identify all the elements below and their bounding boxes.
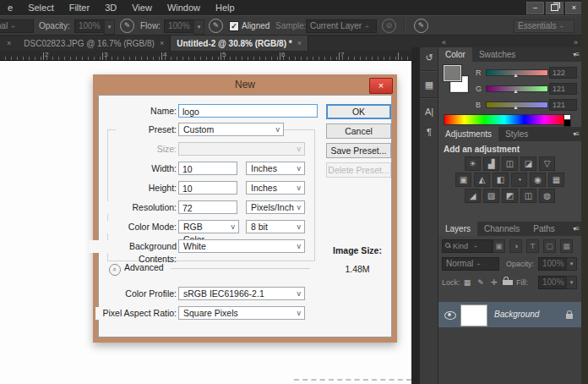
opacity-dropdown-arrow[interactable]: ▾ (566, 257, 577, 271)
slider-thumb-icon[interactable]: ▲ (513, 72, 519, 78)
menu-item-filter[interactable]: Filter (62, 3, 97, 13)
color-balance-icon[interactable]: ◭ (474, 173, 490, 187)
color-mode-dropdown[interactable]: RGB Color (178, 220, 239, 233)
photo-filter-icon[interactable]: ◔ (511, 173, 527, 187)
ok-button[interactable]: OK (326, 104, 391, 119)
layer-thumbnail[interactable] (460, 304, 487, 326)
menu-item-view[interactable]: View (124, 3, 160, 13)
name-input[interactable]: logo (178, 104, 318, 118)
tab-close-icon[interactable]: × (0, 36, 18, 51)
tab-adjustments[interactable]: Adjustments (438, 127, 498, 141)
tab-paths[interactable]: Paths (526, 222, 562, 236)
threshold-icon[interactable]: ◩ (502, 189, 518, 203)
vibrance-icon[interactable]: ▽ (539, 156, 555, 171)
panel-menu-icon[interactable]: ▾≡ (573, 225, 579, 233)
dialog-title-bar[interactable]: New × (93, 74, 397, 95)
layer-visibility-eye-icon[interactable] (444, 311, 456, 320)
height-input[interactable]: 10 (178, 181, 237, 195)
resolution-unit-dropdown[interactable]: Pixels/Inch (246, 200, 305, 214)
preset-dropdown[interactable]: Custom (178, 123, 284, 136)
hue-saturation-icon[interactable]: ▣ (455, 173, 471, 187)
airbrush-icon[interactable]: ✎ (209, 19, 223, 33)
brush-pressure-icon[interactable]: ✎ (414, 19, 428, 33)
layer-fill-box[interactable]: 100% (538, 276, 569, 289)
close-button[interactable]: × (565, 2, 583, 14)
collapse-panels-icon[interactable]: « (442, 38, 446, 47)
menu-item-window[interactable]: Window (160, 3, 208, 13)
tab-dsc02823[interactable]: DSC02823.JPG @ 16.7% (RGB/8) × (18, 36, 171, 51)
width-unit-dropdown[interactable]: Inches (246, 162, 305, 175)
horizontal-ruler[interactable]: 234567 (0, 51, 411, 61)
tab-layers[interactable]: Layers (438, 222, 477, 236)
cancel-button[interactable]: Cancel (326, 123, 391, 139)
red-value-box[interactable]: 122 (549, 67, 577, 79)
menu-item-help[interactable]: Help (208, 3, 242, 13)
color-profile-dropdown[interactable]: sRGB IEC61966-2.1 (178, 287, 305, 300)
save-preset-button[interactable]: Save Preset... (326, 143, 391, 158)
tab-close-icon[interactable]: × (160, 39, 164, 47)
opacity-dropdown-arrow[interactable]: ▾ (104, 19, 115, 35)
slider-thumb-icon[interactable]: ▲ (513, 104, 519, 110)
blend-mode-dropdown[interactable]: mal÷ (0, 19, 34, 33)
panel-menu-icon[interactable]: ▾≡ (573, 51, 579, 58)
posterize-icon[interactable]: ▨ (483, 189, 499, 203)
filter-pixel-layers-icon[interactable]: ▣ (493, 239, 505, 253)
channel-mixer-icon[interactable]: ◉ (530, 173, 546, 187)
curves-icon[interactable]: ◫ (502, 156, 518, 171)
tab-color[interactable]: Color (438, 47, 472, 62)
restore-button[interactable] (546, 2, 564, 14)
fill-dropdown-arrow[interactable]: ▾ (566, 276, 577, 289)
tab-untitled-2[interactable]: Untitled-2 @ 30.8% (RGB/8) * × (171, 36, 308, 51)
history-panel-icon[interactable]: ↺ (420, 47, 438, 68)
height-unit-dropdown[interactable]: Inches (246, 181, 305, 195)
color-depth-dropdown[interactable]: 8 bit (246, 220, 305, 233)
menu-item-select[interactable]: Select (20, 3, 62, 13)
lock-transparency-icon[interactable]: ▦ (462, 277, 472, 288)
color-spectrum-bar[interactable] (444, 114, 565, 125)
tablet-opacity-icon[interactable]: ✎ (120, 19, 134, 33)
opacity-value-box[interactable]: 100% (74, 19, 106, 33)
advanced-collapse-icon[interactable]: » (109, 264, 121, 276)
clone-source-panel-icon[interactable]: ▦ (420, 74, 438, 95)
gradient-map-icon[interactable]: ◫ (520, 189, 536, 203)
minimize-button[interactable]: – (526, 2, 544, 14)
pixel-aspect-ratio-dropdown[interactable]: Square Pixels (178, 306, 305, 320)
green-value-box[interactable]: 121 (549, 83, 577, 95)
menu-item-3d[interactable]: 3D (97, 3, 124, 13)
paragraph-panel-icon[interactable]: ¶ (420, 122, 438, 142)
layer-filter-kind-dropdown[interactable]: Kind ÷ (442, 239, 493, 253)
levels-icon[interactable]: ▟ (483, 156, 499, 171)
filter-type-layers-icon[interactable]: T (526, 239, 539, 253)
character-panel-icon[interactable]: A| (420, 101, 438, 122)
brightness-contrast-icon[interactable]: ☀ (465, 156, 481, 171)
sample-ignore-adjustments-icon[interactable]: ⊘ (382, 19, 396, 33)
tab-channels[interactable]: Channels (477, 222, 526, 236)
menu-item-truncated[interactable]: e (0, 3, 20, 13)
collapse-panels-icon[interactable]: » (574, 38, 578, 47)
lock-pixels-icon[interactable]: ✎ (476, 277, 486, 288)
aligned-checkbox[interactable]: ✓ (229, 21, 239, 31)
flow-value-box[interactable]: 100% (164, 19, 196, 33)
invert-icon[interactable]: ◢ (465, 189, 481, 203)
tab-styles[interactable]: Styles (498, 127, 535, 141)
slider-thumb-icon[interactable]: ▲ (513, 88, 519, 94)
filter-shape-layers-icon[interactable]: ▢ (543, 239, 556, 253)
color-lookup-icon[interactable]: ▦ (548, 173, 564, 187)
panel-menu-icon[interactable]: ▾≡ (573, 130, 579, 138)
lock-all-icon[interactable] (503, 277, 513, 288)
tab-swatches[interactable]: Swatches (472, 47, 522, 62)
workspace-switcher[interactable]: Essentials÷ (514, 19, 574, 33)
layer-opacity-box[interactable]: 100% (538, 257, 569, 271)
resolution-input[interactable]: 72 (178, 200, 237, 214)
background-contents-dropdown[interactable]: White (178, 239, 305, 253)
tab-close-icon[interactable]: × (297, 39, 302, 47)
spectrum-black-swatch[interactable] (564, 119, 571, 127)
selective-color-icon[interactable]: ◍ (539, 189, 555, 203)
sample-dropdown[interactable]: Current Layer÷ (306, 19, 377, 33)
filter-adjustment-layers-icon[interactable]: ◑ (509, 239, 522, 253)
filter-smart-objects-icon[interactable]: ▦ (560, 239, 573, 253)
exposure-icon[interactable]: ◪ (520, 156, 536, 171)
dialog-close-button[interactable]: × (369, 78, 393, 94)
foreground-color-swatch[interactable] (444, 65, 461, 81)
advanced-label[interactable]: Advanced (124, 262, 164, 272)
